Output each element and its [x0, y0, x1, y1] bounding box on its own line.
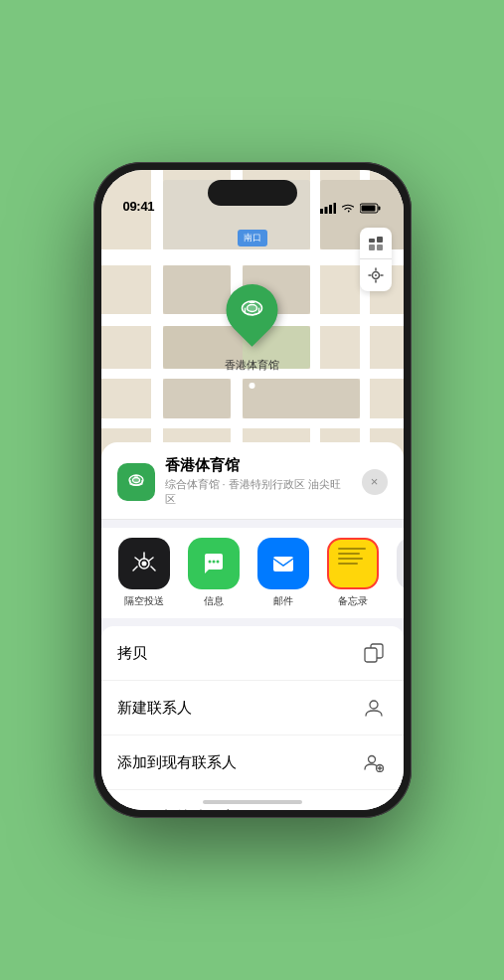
new-contact-label: 新建联系人 — [117, 699, 192, 718]
svg-rect-1 — [324, 207, 327, 214]
share-row: 隔空投送 信息 — [101, 528, 404, 618]
svg-point-20 — [141, 562, 146, 567]
svg-point-23 — [216, 561, 219, 564]
phone-frame: 09:41 — [93, 162, 412, 818]
svg-rect-11 — [377, 237, 383, 243]
svg-point-27 — [370, 701, 378, 709]
wifi-icon — [341, 203, 355, 214]
svg-rect-3 — [333, 203, 336, 214]
pin-label: 香港体育馆 — [225, 358, 279, 373]
svg-rect-12 — [369, 245, 375, 250]
bottom-sheet: 香港体育馆 综合体育馆 · 香港特别行政区 油尖旺区 × — [101, 442, 404, 810]
phone-screen: 09:41 — [101, 170, 404, 810]
svg-rect-10 — [369, 239, 375, 243]
new-contact-icon — [360, 694, 388, 722]
svg-rect-9 — [250, 301, 255, 303]
signal-icon — [320, 203, 336, 214]
add-contact-icon — [360, 748, 388, 776]
location-subtitle: 综合体育馆 · 香港特别行政区 油尖旺区 — [165, 477, 352, 507]
quick-note-label: 添加到新快速备忘录 — [117, 808, 252, 811]
airdrop-icon — [118, 538, 170, 589]
svg-rect-2 — [329, 205, 332, 214]
share-item-messages[interactable]: 信息 — [183, 538, 245, 608]
add-contact-label: 添加到现有联系人 — [117, 753, 237, 772]
share-item-mail[interactable]: 邮件 — [252, 538, 314, 608]
svg-rect-24 — [273, 557, 293, 572]
notes-label: 备忘录 — [338, 594, 368, 608]
svg-rect-0 — [320, 209, 323, 214]
svg-rect-5 — [378, 207, 380, 211]
status-time: 09:41 — [123, 199, 155, 214]
svg-point-8 — [248, 305, 257, 312]
location-name: 香港体育馆 — [165, 456, 352, 475]
airdrop-label: 隔空投送 — [124, 594, 164, 608]
more-icon — [397, 538, 404, 589]
dynamic-island — [208, 180, 297, 206]
svg-point-15 — [375, 274, 377, 276]
svg-rect-26 — [365, 648, 377, 662]
messages-label: 信息 — [204, 594, 224, 608]
svg-point-17 — [132, 477, 139, 482]
mail-icon — [257, 538, 309, 589]
svg-rect-13 — [377, 245, 383, 250]
map-entrance-label: 南口 — [238, 230, 267, 246]
location-pin: 香港体育馆 — [225, 284, 279, 373]
map-type-button[interactable] — [360, 228, 392, 259]
map-controls — [360, 228, 392, 291]
quick-note-icon — [360, 803, 388, 810]
location-card: 香港体育馆 综合体育馆 · 香港特别行政区 油尖旺区 × — [101, 442, 404, 520]
close-button[interactable]: × — [362, 469, 388, 495]
share-item-more[interactable]: 提 — [392, 538, 404, 608]
action-copy[interactable]: 拷贝 — [101, 626, 404, 681]
mail-label: 邮件 — [273, 594, 293, 608]
share-item-airdrop[interactable]: 隔空投送 — [113, 538, 175, 608]
copy-label: 拷贝 — [117, 644, 147, 663]
svg-rect-18 — [134, 475, 138, 477]
battery-icon — [360, 203, 382, 214]
status-icons — [320, 203, 382, 214]
notes-icon — [327, 538, 379, 589]
location-info: 香港体育馆 综合体育馆 · 香港特别行政区 油尖旺区 — [165, 456, 352, 507]
svg-point-22 — [212, 561, 215, 564]
svg-rect-6 — [361, 206, 375, 212]
action-rows: 拷贝 新建联系人 — [101, 626, 404, 810]
action-new-contact[interactable]: 新建联系人 — [101, 681, 404, 735]
location-button[interactable] — [360, 259, 392, 291]
copy-icon — [360, 639, 388, 667]
svg-point-28 — [368, 756, 375, 763]
action-add-contact[interactable]: 添加到现有联系人 — [101, 735, 404, 790]
home-indicator — [203, 800, 302, 804]
share-item-notes[interactable]: 备忘录 — [322, 538, 384, 608]
location-thumbnail — [117, 463, 155, 501]
svg-point-21 — [208, 561, 211, 564]
messages-icon — [188, 538, 240, 589]
